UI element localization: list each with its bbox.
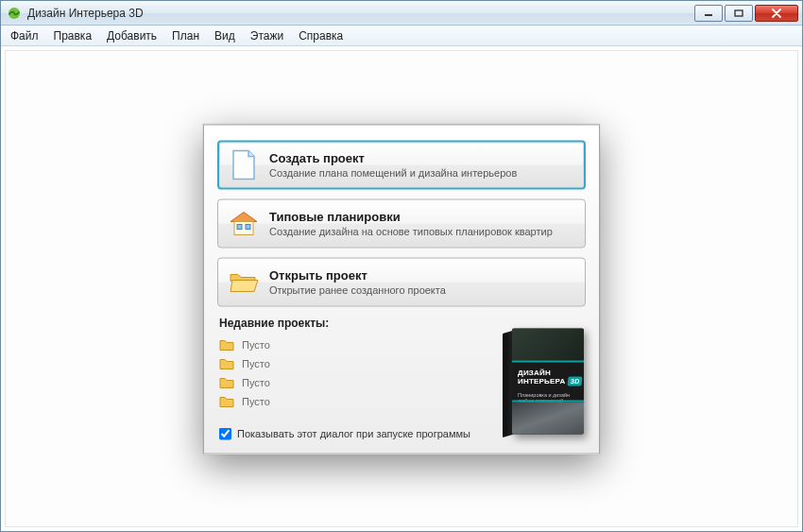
menu-floors[interactable]: Этажи <box>243 27 291 44</box>
menu-view[interactable]: Вид <box>207 27 243 44</box>
window-title: Дизайн Интерьера 3D <box>27 7 692 20</box>
svg-rect-4 <box>237 224 242 229</box>
client-area: Создать проект Создание плана помещений … <box>5 50 798 527</box>
recent-item-label: Пусто <box>242 338 270 350</box>
templates-subtitle: Создание дизайна на основе типовых плани… <box>269 226 553 237</box>
menu-edit[interactable]: Правка <box>46 27 100 44</box>
recent-item-label: Пусто <box>242 357 270 369</box>
app-icon <box>7 6 22 21</box>
menu-help[interactable]: Справка <box>291 27 350 44</box>
create-project-button[interactable]: Создать проект Создание плана помещений … <box>217 140 586 189</box>
show-on-startup-checkbox[interactable] <box>219 427 231 439</box>
menu-file[interactable]: Файл <box>3 27 46 44</box>
folder-icon <box>219 375 234 388</box>
show-on-startup-label: Показывать этот диалог при запуске прогр… <box>237 428 470 439</box>
folder-icon <box>219 394 234 407</box>
folder-icon <box>219 337 234 351</box>
titlebar: Дизайн Интерьера 3D <box>1 1 802 26</box>
new-document-icon <box>228 148 260 180</box>
product-box-line2: ИНТЕРЬЕРА <box>518 377 565 386</box>
svg-rect-5 <box>246 224 250 229</box>
product-box-image: ДИЗАЙН ИНТЕРЬЕРА 3D Планировка и дизайн … <box>499 324 584 438</box>
menu-plan[interactable]: План <box>164 27 207 44</box>
open-project-title: Открыть проект <box>269 268 446 283</box>
minimize-button[interactable] <box>694 5 723 22</box>
folder-icon <box>219 356 234 369</box>
window-controls <box>692 5 798 22</box>
create-project-title: Создать проект <box>269 151 517 165</box>
welcome-dialog: Создать проект Создание плана помещений … <box>203 124 600 454</box>
create-project-subtitle: Создание плана помещений и дизайна интер… <box>269 167 517 179</box>
templates-button[interactable]: Типовые планировки Создание дизайна на о… <box>217 198 586 248</box>
templates-title: Типовые планировки <box>269 210 553 224</box>
house-icon <box>228 207 260 239</box>
open-project-button[interactable]: Открыть проект Открытие ранее созданного… <box>217 257 586 306</box>
product-box-line1: ДИЗАЙН <box>518 368 578 376</box>
folder-open-icon <box>228 266 260 298</box>
close-button[interactable] <box>755 5 798 22</box>
menu-add[interactable]: Добавить <box>99 27 164 44</box>
maximize-button[interactable] <box>725 5 753 22</box>
open-project-subtitle: Открытие ранее созданного проекта <box>269 284 446 296</box>
product-box-badge: 3D <box>568 376 583 386</box>
svg-rect-2 <box>735 10 743 16</box>
svg-rect-1 <box>705 14 712 16</box>
recent-item-label: Пусто <box>242 395 270 406</box>
app-window: Дизайн Интерьера 3D Файл Правка Добавить… <box>0 0 803 532</box>
recent-item-label: Пусто <box>242 376 270 387</box>
menubar: Файл Правка Добавить План Вид Этажи Спра… <box>1 26 802 46</box>
